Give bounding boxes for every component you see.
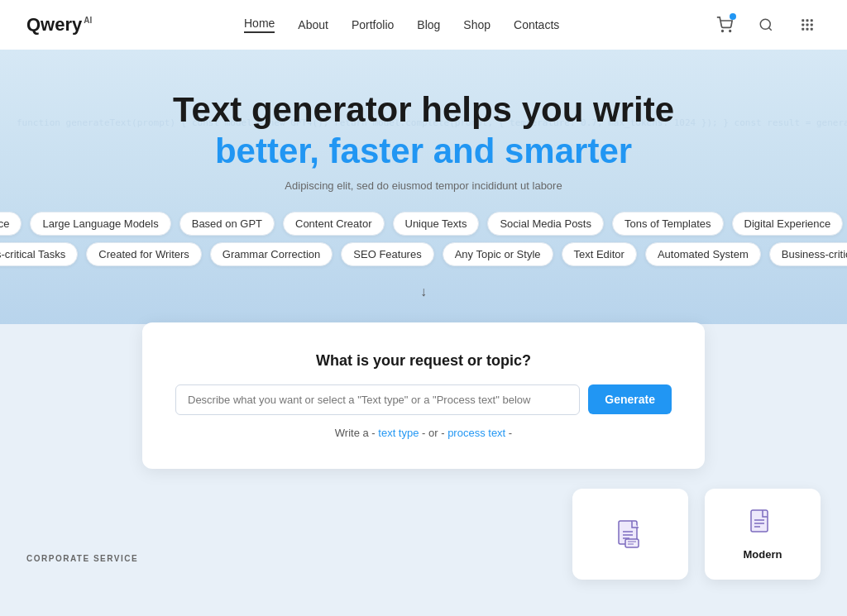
page-wrap: What is your request or topic? Generate … — [0, 324, 847, 469]
card-title: What is your request or topic? — [175, 352, 672, 370]
logo[interactable]: Qwery AI — [26, 14, 92, 36]
svg-rect-8 — [811, 24, 813, 26]
service-card-2[interactable]: Modern — [705, 489, 821, 580]
svg-rect-5 — [811, 19, 813, 21]
svg-rect-3 — [802, 19, 804, 21]
cart-button[interactable] — [711, 12, 738, 38]
nav-portfolio[interactable]: Portfolio — [352, 18, 394, 31]
logo-ai-badge: AI — [84, 16, 92, 25]
main-nav: Home About Portfolio Blog Shop Contacts — [244, 17, 559, 33]
search-button[interactable] — [753, 12, 779, 38]
input-row: Generate — [175, 384, 672, 415]
header: Qwery AI Home About Portfolio Blog Shop … — [0, 0, 847, 50]
tag-experience[interactable]: Experience — [0, 212, 22, 236]
service-card-label: Modern — [744, 548, 782, 561]
tag-llm[interactable]: Large Language Models — [30, 212, 170, 236]
hint-middle: - or - — [422, 427, 444, 439]
logo-text: Qwery — [26, 14, 82, 36]
scroll-arrow[interactable]: ↓ — [26, 284, 821, 299]
tag-grammar[interactable]: Grammar Correction — [210, 242, 333, 266]
svg-rect-9 — [802, 28, 804, 31]
svg-rect-7 — [806, 24, 809, 26]
tag-social-media[interactable]: Social Media Posts — [487, 212, 604, 236]
topic-input[interactable] — [175, 384, 580, 415]
hero-headline-line1: Text generator helps you write — [173, 90, 674, 129]
hero-headline-line2: better, faster and smarter — [26, 131, 821, 172]
tags-row-1: Experience Large Language Models Based o… — [0, 212, 847, 236]
doc-icon-2 — [746, 507, 779, 540]
grid-menu-button[interactable] — [794, 12, 821, 38]
tag-unique-texts[interactable]: Unique Texts — [393, 212, 480, 236]
tag-gpt[interactable]: Based on GPT — [179, 212, 275, 236]
corp-label: CORPORATE SERVICE — [26, 554, 138, 580]
tags-row-2: Business-critical Tasks Created for Writ… — [0, 242, 847, 266]
doc-icon-1 — [614, 518, 647, 551]
hero-headline: Text generator helps you write better, f… — [26, 89, 821, 173]
svg-point-2 — [760, 19, 770, 29]
tag-business-critical[interactable]: Business-critical Tasks — [0, 242, 78, 266]
tag-content-creator[interactable]: Content Creator — [283, 212, 385, 236]
generate-button[interactable]: Generate — [588, 384, 672, 414]
tag-seo[interactable]: SEO Features — [341, 242, 433, 266]
nav-about[interactable]: About — [298, 18, 328, 31]
tags-container: Experience Large Language Models Based o… — [0, 212, 847, 273]
service-card-1[interactable] — [572, 489, 688, 580]
nav-blog[interactable]: Blog — [417, 18, 440, 31]
tag-templates[interactable]: Tons of Templates — [612, 212, 724, 236]
hero-section: function generateText(prompt) { const mo… — [0, 50, 847, 324]
process-text-link[interactable]: process text — [447, 427, 505, 439]
tag-automated[interactable]: Automated System — [645, 242, 761, 266]
svg-point-0 — [722, 31, 724, 32]
cart-badge — [730, 13, 736, 20]
text-type-link[interactable]: text type — [378, 427, 419, 439]
nav-shop[interactable]: Shop — [463, 18, 490, 31]
nav-home[interactable]: Home — [244, 17, 275, 33]
svg-rect-6 — [802, 24, 804, 26]
card-hint: Write a - text type - or - process text … — [175, 427, 672, 439]
hero-subtitle: Adipiscing elit, sed do eiusmod tempor i… — [26, 179, 821, 192]
hint-suffix: - — [509, 427, 512, 439]
hint-prefix: Write a - — [335, 427, 376, 439]
header-icons — [711, 12, 821, 38]
tag-text-editor[interactable]: Text Editor — [562, 242, 637, 266]
tag-digital[interactable]: Digital Experience — [732, 212, 844, 236]
svg-rect-4 — [806, 19, 809, 21]
svg-rect-11 — [811, 28, 813, 31]
nav-contacts[interactable]: Contacts — [514, 18, 559, 31]
svg-rect-16 — [625, 539, 639, 547]
generator-card: What is your request or topic? Generate … — [142, 322, 705, 469]
svg-rect-19 — [751, 510, 768, 532]
svg-rect-10 — [806, 28, 809, 31]
bottom-section: CORPORATE SERVICE Mo — [0, 469, 847, 580]
tag-writers[interactable]: Created for Writers — [86, 242, 202, 266]
svg-point-1 — [730, 31, 731, 32]
tag-business2[interactable]: Business-critical Tasks — [769, 242, 847, 266]
tag-topic-style[interactable]: Any Topic or Style — [443, 242, 553, 266]
